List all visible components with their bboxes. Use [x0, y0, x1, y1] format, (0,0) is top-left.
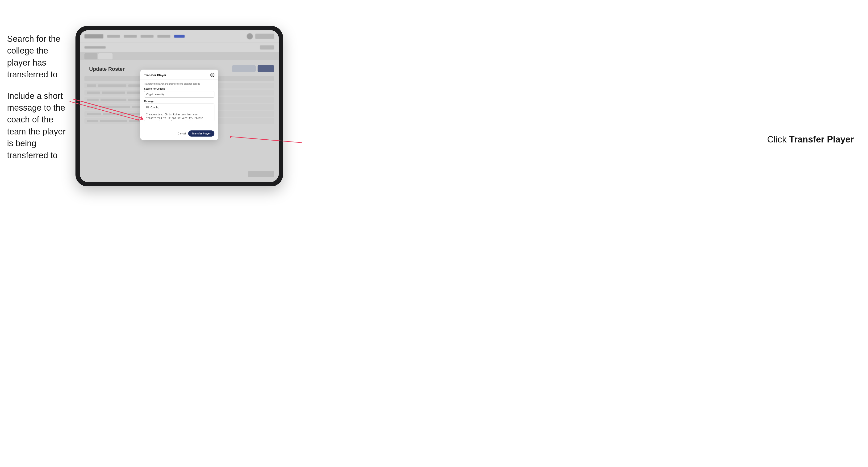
message-textarea[interactable]: Hi Coach, I understand Chris Robertson h…: [144, 103, 214, 121]
left-annotation-text-2: Include a short message to the coach of …: [7, 90, 73, 161]
modal-body: Transfer the player and their profile to…: [140, 80, 218, 128]
modal-overlay: Transfer Player × Transfer the player an…: [80, 30, 279, 182]
modal-footer: Cancel Transfer Player: [140, 128, 218, 140]
ipad-frame: Update Roster: [75, 26, 283, 186]
search-college-input[interactable]: [144, 91, 214, 98]
cancel-button[interactable]: Cancel: [178, 132, 186, 135]
right-annotation-bold: Transfer Player: [789, 134, 854, 144]
transfer-player-modal: Transfer Player × Transfer the player an…: [140, 69, 218, 140]
modal-header: Transfer Player ×: [140, 69, 218, 80]
right-annotation-prefix: Click: [767, 134, 789, 144]
modal-title: Transfer Player: [144, 73, 166, 77]
right-annotation: Click Transfer Player: [767, 134, 854, 145]
modal-close-button[interactable]: ×: [210, 73, 214, 77]
ipad-screen: Update Roster: [80, 30, 279, 182]
transfer-player-button[interactable]: Transfer Player: [188, 130, 215, 136]
left-annotation-text-1: Search for the college the player has tr…: [7, 33, 73, 81]
message-label: Message: [144, 100, 214, 102]
modal-description: Transfer the player and their profile to…: [144, 83, 214, 85]
left-annotation: Search for the college the player has tr…: [7, 33, 73, 171]
search-college-label: Search for College: [144, 88, 214, 90]
